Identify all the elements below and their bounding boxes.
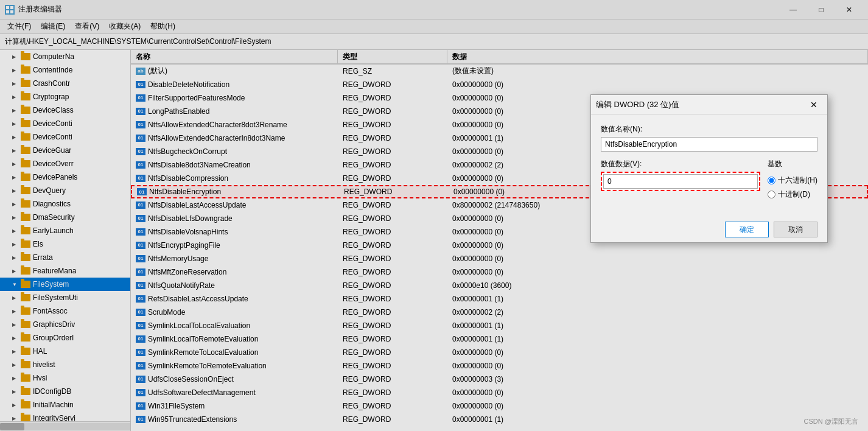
edit-dword-dialog: 编辑 DWORD (32 位)值 ✕ 数值名称(N): 数值数据(V): 基数 … — [590, 94, 828, 243]
value-input-wrapper — [601, 172, 760, 191]
radio-hex[interactable]: 十六进制(H) — [768, 175, 817, 186]
dialog-body: 数值名称(N): 数值数据(V): 基数 十六进制(H) — [591, 114, 827, 207]
cancel-button[interactable]: 取消 — [774, 222, 817, 237]
base-label: 基数 — [768, 159, 817, 169]
dialog-close-button[interactable]: ✕ — [805, 97, 822, 112]
dialog-title: 编辑 DWORD (32 位)值 — [596, 99, 679, 110]
radio-dec-input[interactable] — [768, 191, 775, 198]
dialog-buttons: 确定 取消 — [591, 217, 827, 242]
radio-hex-label: 十六进制(H) — [778, 175, 817, 186]
value-input[interactable] — [603, 174, 758, 189]
watermark: CSDN @溧阳无言 — [804, 417, 858, 426]
name-input[interactable] — [601, 137, 817, 152]
radio-hex-input[interactable] — [768, 177, 775, 184]
value-section: 数值数据(V): — [601, 159, 760, 191]
dialog-title-bar: 编辑 DWORD (32 位)值 ✕ — [591, 95, 827, 114]
data-label: 数值数据(V): — [601, 159, 760, 169]
base-section: 基数 十六进制(H) 十进制(D) — [768, 159, 817, 200]
radio-dec-label: 十进制(D) — [778, 189, 810, 200]
name-label: 数值名称(N): — [601, 124, 817, 135]
dialog-data-row: 数值数据(V): 基数 十六进制(H) 十进制(D) — [601, 159, 817, 200]
confirm-button[interactable]: 确定 — [725, 222, 769, 237]
radio-dec[interactable]: 十进制(D) — [768, 189, 817, 200]
dialog-overlay: 编辑 DWORD (32 位)值 ✕ 数值名称(N): 数值数据(V): 基数 … — [0, 0, 868, 431]
